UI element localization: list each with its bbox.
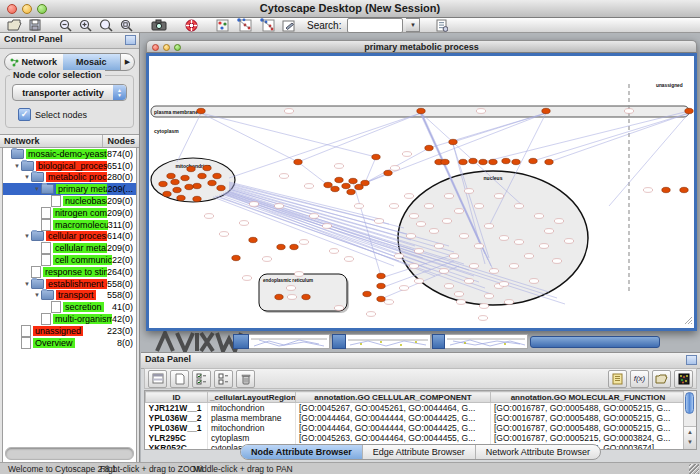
graph-node-selected-orange[interactable]: [489, 159, 497, 164]
graph-node-selected-orange[interactable]: [545, 159, 553, 164]
tab-network[interactable]: Network: [5, 54, 63, 70]
graph-node-selected-orange[interactable]: [377, 273, 385, 278]
graph-node-selected-orange[interactable]: [469, 158, 477, 163]
graph-node-selected-orange[interactable]: [502, 158, 510, 163]
tree-expand-arrow-icon[interactable]: ▼: [23, 233, 31, 239]
graph-node[interactable]: [354, 204, 363, 209]
tree-item[interactable]: multi-organism pro42(0): [3, 313, 136, 325]
graph-node[interactable]: [406, 234, 415, 239]
graph-node-selected-orange[interactable]: [417, 108, 425, 113]
graph-node[interactable]: [624, 109, 633, 114]
graph-node-selected-orange[interactable]: [335, 177, 343, 182]
graph-node[interactable]: [409, 214, 418, 219]
table-row[interactable]: YPL036W__2plasma membrane[GO:0044464, GO…: [146, 413, 686, 423]
graph-node-selected-orange[interactable]: [685, 108, 693, 113]
minimized-window-thumbnail[interactable]: [249, 334, 330, 349]
graph-node-selected-orange[interactable]: [290, 244, 298, 249]
tab-mosaic[interactable]: Mosaic: [63, 54, 121, 70]
graph-node[interactable]: [643, 188, 652, 193]
help-button[interactable]: [183, 18, 200, 32]
graph-node[interactable]: [304, 184, 313, 189]
graph-node[interactable]: [394, 254, 403, 259]
tree-item[interactable]: unassigned223(0): [3, 325, 136, 337]
graph-node[interactable]: [499, 282, 508, 287]
graph-node-selected-orange[interactable]: [213, 173, 221, 178]
import-attributes-button[interactable]: [652, 370, 671, 388]
graph-node[interactable]: [366, 312, 375, 317]
new-attribute-button[interactable]: [170, 370, 189, 388]
attribute-batch-button[interactable]: [608, 370, 627, 388]
graph-node-selected-orange[interactable]: [449, 139, 457, 144]
graph-node[interactable]: [299, 240, 308, 245]
graph-node[interactable]: [564, 239, 573, 244]
graph-node[interactable]: [389, 204, 398, 209]
graph-node[interactable]: [322, 224, 331, 229]
graph-node[interactable]: [399, 286, 408, 291]
graph-node-selected-orange[interactable]: [193, 196, 201, 201]
close-view-button[interactable]: [152, 44, 159, 51]
graph-node-selected-orange[interactable]: [187, 166, 195, 171]
apply-layout-alt-button[interactable]: [257, 18, 277, 32]
tree-item[interactable]: cellular metabo209(0): [3, 242, 136, 254]
graph-node[interactable]: [374, 219, 383, 224]
graph-node[interactable]: [514, 240, 523, 245]
graph-node[interactable]: [456, 300, 465, 305]
graph-node-selected-orange[interactable]: [662, 187, 670, 192]
graph-node-selected-orange[interactable]: [529, 158, 537, 163]
graph-node[interactable]: [449, 254, 458, 259]
graph-node[interactable]: [504, 300, 513, 305]
graph-node-selected-orange[interactable]: [349, 178, 357, 183]
graph-node[interactable]: [294, 272, 303, 277]
graph-node-selected-orange[interactable]: [294, 159, 302, 164]
graph-node[interactable]: [489, 269, 498, 274]
graph-node-selected-orange[interactable]: [177, 195, 185, 200]
graph-node[interactable]: [479, 304, 488, 309]
tree-item[interactable]: nitrogen compo209(0): [3, 207, 136, 219]
graph-node-selected-orange[interactable]: [275, 294, 283, 299]
zoom-selected-button[interactable]: [118, 18, 135, 32]
graph-node[interactable]: [524, 254, 533, 259]
float-panel-icon[interactable]: [125, 35, 136, 45]
column-header[interactable]: ID: [146, 392, 208, 403]
tab-node-attribute-browser[interactable]: Node Attribute Browser: [241, 445, 362, 459]
plugins-button[interactable]: [434, 18, 450, 32]
graph-node[interactable]: [286, 286, 295, 291]
graph-node[interactable]: [444, 194, 453, 199]
close-window-button[interactable]: [7, 4, 17, 14]
delete-attribute-button[interactable]: [236, 370, 255, 388]
function-builder-button[interactable]: f(x): [630, 370, 649, 388]
zoom-fit-button[interactable]: [97, 18, 115, 32]
graph-node-selected-orange[interactable]: [249, 237, 257, 242]
graph-node[interactable]: [279, 174, 288, 179]
select-nodes-checkbox[interactable]: ✓: [18, 108, 31, 121]
minimized-window-titlebar[interactable]: [233, 334, 249, 349]
graph-node[interactable]: [284, 109, 293, 114]
minimized-window-titlebar[interactable]: [332, 334, 346, 349]
column-header[interactable]: annotation.GO MOLECULAR_FUNCTION: [491, 392, 686, 403]
minimized-window-titlebar-wide[interactable]: [530, 336, 660, 348]
graph-node-selected-orange[interactable]: [479, 159, 487, 164]
graph-node[interactable]: [344, 257, 353, 262]
graph-node[interactable]: [329, 249, 338, 254]
graph-node[interactable]: [239, 221, 248, 226]
graph-node-selected-orange[interactable]: [208, 180, 216, 185]
graph-node[interactable]: [334, 306, 343, 311]
graph-node[interactable]: [554, 219, 563, 224]
graph-node[interactable]: [434, 244, 443, 249]
graph-node[interactable]: [454, 292, 463, 297]
graph-node[interactable]: [429, 229, 438, 234]
graph-node[interactable]: [384, 300, 393, 305]
tree-item[interactable]: response to stimulu264(0): [3, 266, 136, 278]
graph-node-selected-orange[interactable]: [363, 291, 371, 296]
network-window-titlebar[interactable]: primary metabolic process: [146, 40, 697, 53]
canvas-resize-grip[interactable]: [685, 317, 692, 324]
tab-network-attribute-browser[interactable]: Network Attribute Browser: [475, 445, 600, 459]
graph-node-selected-orange[interactable]: [173, 187, 181, 192]
graph-node[interactable]: [552, 259, 561, 264]
graph-node[interactable]: [539, 244, 548, 249]
graph-node-selected-orange[interactable]: [302, 294, 310, 299]
graph-node-selected-orange[interactable]: [324, 182, 332, 187]
graph-node-selected-orange[interactable]: [159, 181, 167, 186]
graph-node[interactable]: [478, 316, 487, 321]
graph-node[interactable]: [249, 202, 258, 207]
